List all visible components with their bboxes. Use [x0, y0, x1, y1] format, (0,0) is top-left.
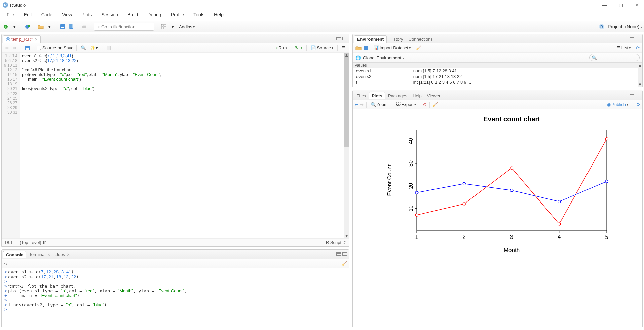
svg-rect-18: [417, 130, 607, 231]
svg-text:4: 4: [558, 234, 561, 240]
tab-connections[interactable]: Connections: [406, 36, 435, 43]
next-plot-icon[interactable]: ➡: [360, 102, 364, 107]
source-minimize-icon[interactable]: [336, 37, 341, 40]
tab-viewer[interactable]: Viewer: [424, 92, 443, 99]
menu-session[interactable]: Session: [97, 11, 123, 19]
menu-view[interactable]: View: [57, 11, 77, 19]
console-minimize-icon[interactable]: [336, 252, 341, 256]
env-scope-icon: 🌐: [355, 55, 361, 60]
zoom-button[interactable]: 🔍 Zoom: [369, 101, 389, 108]
tab-console[interactable]: Console: [3, 251, 26, 258]
source-button[interactable]: 📄 Source: [309, 45, 334, 51]
forward-icon[interactable]: ➡: [11, 45, 18, 51]
menu-profile[interactable]: Profile: [166, 11, 189, 19]
plots-maximize-icon[interactable]: [636, 94, 640, 97]
tab-files[interactable]: Files: [354, 92, 369, 99]
plots-minimize-icon[interactable]: [630, 94, 634, 97]
menu-debug[interactable]: Debug: [143, 11, 166, 19]
publish-button[interactable]: ◉ Publish: [606, 101, 630, 108]
prev-plot-icon[interactable]: ⬅: [355, 102, 358, 107]
tab-help[interactable]: Help: [410, 92, 424, 99]
open-file-dropdown[interactable]: ▾: [46, 23, 53, 30]
goto-file-function[interactable]: ➔: [94, 23, 154, 31]
tab-history[interactable]: History: [387, 36, 406, 43]
env-search[interactable]: 🔍: [589, 54, 640, 61]
wand-icon[interactable]: ✨▾: [89, 45, 99, 51]
menu-tools[interactable]: Tools: [189, 11, 209, 19]
save-workspace-icon[interactable]: [364, 46, 368, 50]
console-cwd-icon[interactable]: ❏: [9, 261, 13, 266]
svg-point-46: [463, 182, 466, 185]
clear-env-icon[interactable]: 🧹: [416, 45, 421, 50]
addins-menu[interactable]: Addins: [178, 24, 196, 30]
svg-text:5: 5: [605, 234, 608, 240]
tab-packages[interactable]: Packages: [385, 92, 410, 99]
clear-console-icon[interactable]: 🧹: [342, 261, 347, 266]
menu-edit[interactable]: Edit: [19, 11, 37, 19]
svg-text:30: 30: [408, 160, 414, 167]
console-maximize-icon[interactable]: [342, 252, 347, 256]
tab-environment[interactable]: Environment: [354, 35, 387, 43]
import-dataset-button[interactable]: 📊 Import Dataset: [372, 45, 412, 51]
svg-point-45: [415, 191, 418, 194]
notebook-icon[interactable]: [105, 45, 112, 51]
outline-icon[interactable]: ☰: [340, 45, 347, 51]
env-maximize-icon[interactable]: [636, 37, 640, 40]
refresh-plot-icon[interactable]: ⟳: [637, 102, 640, 107]
menu-plots[interactable]: Plots: [77, 11, 97, 19]
find-icon[interactable]: 🔍: [79, 45, 87, 51]
console-output[interactable]: > events1 <- c(7,12,28,3,41) > events2 <…: [2, 268, 349, 327]
clear-plots-icon[interactable]: 🧹: [432, 102, 438, 107]
source-maximize-icon[interactable]: [342, 37, 347, 40]
plot-canvas: Event count chart12345Month10203040Event…: [353, 109, 642, 327]
source-tab[interactable]: R temp_R.R* ×: [3, 35, 41, 43]
goto-input[interactable]: [101, 24, 148, 29]
svg-point-41: [463, 203, 466, 205]
export-button[interactable]: 🖼 Export: [395, 101, 418, 108]
new-file-dropdown[interactable]: ▾: [11, 23, 18, 30]
filetype-selector[interactable]: R Script ⇵: [326, 240, 346, 245]
view-mode-list[interactable]: ☰ List: [615, 45, 632, 51]
env-row[interactable]: tint [1:21] 0 1 2 3 4 5 6 7 8 9 ...: [353, 79, 642, 85]
project-selector[interactable]: Project: (None): [608, 24, 642, 29]
env-row[interactable]: events1num [1:5] 7 12 28 3 41: [353, 68, 642, 74]
menu-file[interactable]: File: [2, 11, 19, 19]
open-file-icon[interactable]: [37, 23, 44, 30]
save-icon[interactable]: [59, 23, 66, 30]
source-toolbar: ⬅ ➡ Source on Save 🔍 ✨▾ ➔ Run ↻➔ 📄 Sourc…: [2, 43, 349, 53]
tab-plots[interactable]: Plots: [369, 92, 385, 99]
new-project-icon[interactable]: [24, 23, 31, 30]
source-editor[interactable]: 1 2 3 4 5 6 7 8 9 10 11 12 13 14 15 16 1…: [2, 53, 349, 238]
window-titlebar: R RStudio — ▢ ✕: [0, 0, 644, 10]
env-scope-selector[interactable]: Global Environment: [363, 55, 404, 60]
refresh-env-icon[interactable]: ⟳: [636, 45, 640, 50]
menu-build[interactable]: Build: [123, 11, 143, 19]
env-scrollbar[interactable]: ▲ ▼: [638, 63, 642, 87]
new-file-icon[interactable]: +: [2, 23, 9, 30]
minimize-button[interactable]: —: [600, 2, 609, 8]
run-button[interactable]: ➔ Run: [273, 45, 288, 51]
editor-scrollbar[interactable]: ▼▲: [344, 53, 349, 238]
close-window-button[interactable]: ✕: [633, 2, 641, 8]
load-workspace-icon[interactable]: [355, 46, 362, 50]
print-icon[interactable]: [81, 23, 88, 30]
maximize-button[interactable]: ▢: [617, 2, 625, 8]
save-source-icon[interactable]: [24, 45, 31, 51]
env-tabstrip: Environment History Connections: [353, 34, 642, 43]
tab-terminal[interactable]: Terminal×: [26, 251, 53, 258]
scope-selector[interactable]: (Top Level) ⇵: [20, 240, 46, 245]
grid-panes-icon[interactable]: [160, 23, 167, 30]
close-tab-icon[interactable]: ×: [35, 37, 38, 42]
menu-help[interactable]: Help: [209, 11, 228, 19]
source-on-save-checkbox[interactable]: [37, 46, 41, 50]
env-row[interactable]: events2num [1:5] 17 21 18 13 22: [353, 74, 642, 79]
grid-dropdown[interactable]: ▾: [169, 23, 176, 30]
remove-plot-icon[interactable]: ⊘: [423, 102, 427, 107]
rerun-icon[interactable]: ↻➔: [294, 45, 304, 51]
save-all-icon[interactable]: [68, 23, 75, 30]
back-icon[interactable]: ⬅: [4, 45, 10, 51]
tab-jobs[interactable]: Jobs×: [53, 251, 73, 258]
env-minimize-icon[interactable]: [630, 37, 634, 40]
menu-code[interactable]: Code: [37, 11, 57, 19]
svg-text:20: 20: [408, 183, 414, 189]
